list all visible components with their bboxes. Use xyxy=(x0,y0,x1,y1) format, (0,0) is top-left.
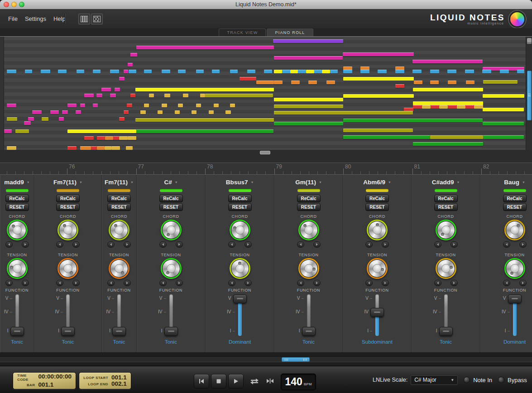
function-slider-track[interactable] xyxy=(66,294,70,336)
midi-note[interactable] xyxy=(274,111,413,115)
midi-note[interactable] xyxy=(247,70,255,73)
knob-prev-button[interactable] xyxy=(228,241,235,248)
midi-note[interactable] xyxy=(158,110,163,114)
midi-note[interactable] xyxy=(183,94,188,97)
piano-roll-canvas[interactable] xyxy=(0,36,532,150)
midi-note[interactable] xyxy=(517,70,524,73)
midi-note[interactable] xyxy=(4,129,12,133)
midi-note[interactable] xyxy=(413,105,422,109)
rewind-button[interactable] xyxy=(194,374,209,388)
midi-note[interactable] xyxy=(209,110,214,114)
vertical-scrollbar-thumb[interactable] xyxy=(527,71,532,120)
midi-note[interactable] xyxy=(343,70,352,73)
function-slider[interactable]: VIVI xyxy=(102,294,136,340)
knob-prev-button[interactable] xyxy=(297,280,304,286)
midi-note[interactable] xyxy=(290,70,298,73)
midi-note[interactable] xyxy=(314,70,322,73)
chord-knob[interactable] xyxy=(230,220,250,240)
chord-name-select[interactable]: Abm6/9▼ xyxy=(343,179,411,186)
midi-note[interactable] xyxy=(32,110,42,114)
midi-note[interactable] xyxy=(110,94,116,97)
midi-note[interactable] xyxy=(282,70,290,73)
midi-note[interactable] xyxy=(214,104,219,107)
note-in-toggle[interactable] xyxy=(464,377,470,383)
function-slider-handle[interactable] xyxy=(10,327,24,336)
midi-note[interactable] xyxy=(93,104,98,107)
midi-note[interactable] xyxy=(144,70,152,73)
knob-next-button[interactable] xyxy=(124,280,131,286)
function-slider-handle[interactable] xyxy=(233,294,247,303)
function-slider-track[interactable] xyxy=(444,294,448,336)
knob-prev-button[interactable] xyxy=(434,280,441,286)
midi-note[interactable] xyxy=(67,129,136,133)
tension-knob[interactable] xyxy=(436,258,456,279)
knob-next-button[interactable] xyxy=(72,280,80,286)
midi-note[interactable] xyxy=(322,70,330,73)
midi-note[interactable] xyxy=(162,70,170,73)
tab-track-view[interactable]: TRACK VIEW xyxy=(219,29,266,36)
chord-name-select[interactable]: Fm7(11)▼ xyxy=(34,179,101,186)
midi-note[interactable] xyxy=(59,117,64,121)
knob-next-button[interactable] xyxy=(176,241,183,248)
midi-note[interactable] xyxy=(330,70,338,73)
knob-prev-button[interactable] xyxy=(107,241,115,248)
knob-prev-button[interactable] xyxy=(5,241,13,248)
vertical-scrollbar[interactable] xyxy=(526,37,532,150)
recalc-button[interactable]: ReCalc xyxy=(107,195,131,202)
midi-note[interactable] xyxy=(483,94,524,98)
chord-name-select[interactable]: C#add9▼ xyxy=(412,179,480,186)
function-slider[interactable]: VIVI xyxy=(206,294,274,340)
tab-piano-roll[interactable]: PIANO ROLL xyxy=(267,29,313,36)
recalc-button[interactable]: ReCalc xyxy=(365,195,389,202)
knob-prev-button[interactable] xyxy=(365,241,373,248)
midi-note[interactable] xyxy=(97,136,105,140)
midi-note[interactable] xyxy=(465,105,474,109)
knob-next-button[interactable] xyxy=(124,241,131,248)
function-slider[interactable]: VIVI xyxy=(137,294,205,340)
knob-next-button[interactable] xyxy=(313,241,321,248)
knob-prev-button[interactable] xyxy=(503,241,510,248)
midi-note[interactable] xyxy=(105,146,111,150)
midi-note[interactable] xyxy=(192,110,197,114)
loop-toggle-icon[interactable] xyxy=(249,378,259,386)
midi-note[interactable] xyxy=(240,77,256,81)
midi-note[interactable] xyxy=(115,88,120,91)
tension-knob[interactable] xyxy=(161,258,182,279)
midi-note[interactable] xyxy=(395,70,404,73)
midi-note[interactable] xyxy=(212,70,220,73)
play-button[interactable] xyxy=(228,374,244,388)
midi-note[interactable] xyxy=(196,70,204,73)
recalc-button[interactable]: ReCalc xyxy=(503,195,527,202)
midi-note[interactable] xyxy=(164,94,170,97)
reset-button[interactable]: RESET xyxy=(434,203,458,211)
midi-note[interactable] xyxy=(413,101,483,105)
reset-button[interactable]: RESET xyxy=(5,203,29,211)
midi-note[interactable] xyxy=(136,46,274,49)
midi-note[interactable] xyxy=(447,70,456,73)
function-slider[interactable]: VIVI xyxy=(412,294,480,340)
chord-name-select[interactable]: madd9▼ xyxy=(0,179,34,186)
chord-knob[interactable] xyxy=(58,220,78,240)
midi-note[interactable] xyxy=(126,146,133,150)
function-slider-handle[interactable] xyxy=(61,327,75,336)
midi-note[interactable] xyxy=(343,53,414,56)
knob-next-button[interactable] xyxy=(451,280,458,286)
midi-note[interactable] xyxy=(430,135,483,139)
knob-prev-button[interactable] xyxy=(56,280,63,286)
midi-note[interactable] xyxy=(200,94,205,97)
midi-note[interactable] xyxy=(58,70,67,73)
function-slider-handle[interactable] xyxy=(439,327,453,336)
midi-note[interactable] xyxy=(422,105,431,109)
midi-note[interactable] xyxy=(130,94,135,97)
midi-note[interactable] xyxy=(412,60,483,63)
midi-note[interactable] xyxy=(135,88,274,91)
midi-note[interactable] xyxy=(457,105,465,109)
midi-note[interactable] xyxy=(395,84,404,88)
midi-note[interactable] xyxy=(343,119,483,122)
midi-note[interactable] xyxy=(326,81,335,84)
reset-button[interactable]: RESET xyxy=(297,203,321,211)
tension-knob[interactable] xyxy=(7,258,28,279)
function-slider-handle[interactable] xyxy=(302,327,316,336)
knob-prev-button[interactable] xyxy=(107,280,115,286)
midi-note[interactable] xyxy=(24,121,31,125)
